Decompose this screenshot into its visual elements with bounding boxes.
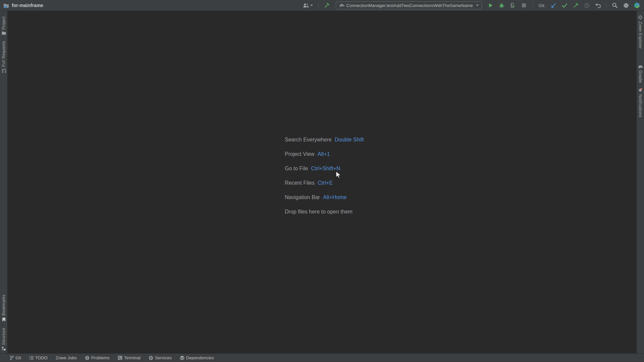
statusbar-label: Terminal — [124, 355, 141, 360]
statusbar-label: Problems — [91, 355, 110, 360]
left-stripe-bottom: Bookmarks Structure — [1, 293, 6, 352]
statusbar-item-git[interactable]: Git — [10, 355, 21, 360]
ide-window: for-mainframe — [0, 0, 644, 362]
run-with-coverage-icon[interactable] — [509, 2, 517, 9]
tool-button-label: Structure — [1, 328, 6, 345]
shortcut-row: Recent Files Ctrl+E — [285, 180, 364, 186]
git-label: Git: — [539, 3, 545, 8]
shortcut-row: Project View Alt+1 — [285, 151, 364, 157]
structure-icon — [2, 347, 6, 351]
statusbar-label: Dependencies — [186, 355, 214, 360]
chevron-down-icon — [310, 5, 313, 6]
toolbar-separator — [606, 2, 606, 8]
project-widget[interactable]: for-mainframe — [3, 3, 43, 8]
ide-logo-icon[interactable] — [633, 2, 641, 9]
statusbar-label: Zowe Jobs — [56, 355, 77, 360]
workspace: Project Pull Requests — [0, 11, 644, 353]
debug-bug-icon[interactable] — [498, 2, 505, 9]
left-stripe-top: Project Pull Requests — [1, 15, 6, 74]
editor-empty-area: Search Everywhere Double Shift Project V… — [8, 11, 636, 353]
shortcut-label: Go to File — [285, 166, 308, 171]
statusbar-item-dependencies[interactable]: Dependencies — [180, 355, 214, 360]
shortcut-keys: Double Shift — [335, 137, 364, 142]
run-configuration-name: ConnectionManager.testAddTwoConnectionsW… — [346, 3, 473, 8]
statusbar-item-problems[interactable]: Problems — [85, 355, 110, 360]
dependencies-layers-icon — [180, 356, 184, 360]
shortcut-keys: Ctrl+E — [318, 180, 333, 186]
project-folder-icon — [3, 3, 9, 8]
tool-button-label: Gradle — [638, 70, 643, 83]
gradle-task-icon — [339, 3, 344, 7]
tool-button-label: Notifications — [638, 94, 643, 117]
left-tool-stripe: Project Pull Requests — [0, 11, 8, 353]
shortcut-keys: Ctrl+Shift+N — [311, 166, 340, 171]
statusbar-label: TODO — [35, 355, 48, 360]
build-hammer-icon[interactable] — [323, 2, 331, 9]
git-commit-check-icon[interactable] — [561, 2, 568, 9]
run-configuration-select[interactable]: ConnectionManager.testAddTwoConnectionsW… — [336, 1, 482, 9]
shortcut-keys: Alt+Home — [323, 194, 347, 200]
gradle-elephant-icon — [638, 65, 643, 69]
statusbar-item-zowe-jobs[interactable]: Zowe Jobs — [56, 355, 77, 360]
shortcut-row: Search Everywhere Double Shift — [285, 137, 364, 142]
git-branch-icon — [10, 356, 14, 360]
project-folder-icon — [2, 31, 6, 35]
toolbar-separator — [318, 2, 319, 8]
shortcut-keys: Alt+1 — [318, 151, 330, 157]
terminal-icon — [118, 356, 122, 360]
keyboard-shortcuts-hint: Search Everywhere Double Shift Project V… — [285, 137, 364, 223]
stop-button — [520, 2, 528, 9]
right-tool-stripe: Zowe Explorer Gradle — [636, 11, 644, 353]
history-clock-icon — [583, 2, 590, 9]
shortcut-label: Drop files here to open them — [285, 209, 353, 215]
toolbar-separator — [532, 2, 533, 8]
todo-list-icon — [29, 356, 34, 360]
bell-icon — [638, 88, 643, 93]
shortcut-label: Search Everywhere — [285, 137, 332, 142]
code-with-me-users-icon[interactable] — [303, 2, 314, 9]
problems-icon — [85, 356, 90, 360]
tool-button-label: Zowe Explorer — [638, 21, 643, 49]
rollback-undo-icon[interactable] — [594, 2, 601, 9]
shortcut-row: Navigation Bar Alt+Home — [285, 194, 364, 200]
search-everywhere-icon[interactable] — [611, 2, 619, 9]
shortcut-row: Go to File Ctrl+Shift+N — [285, 166, 364, 171]
run-button[interactable] — [487, 2, 494, 9]
tool-button-gradle[interactable]: Gradle — [638, 63, 643, 84]
pull-request-icon — [2, 69, 6, 73]
shortcut-row: Drop files here to open them — [285, 209, 364, 215]
statusbar-item-terminal[interactable]: Terminal — [118, 355, 141, 360]
statusbar-label: Services — [155, 355, 172, 360]
git-update-icon[interactable] — [550, 2, 557, 9]
tool-button-zowe-explorer[interactable]: Zowe Explorer — [638, 14, 643, 50]
project-name: for-mainframe — [12, 3, 43, 8]
status-bar: Git TODO Zowe Jobs Problems — [0, 353, 644, 362]
settings-gear-icon[interactable] — [622, 2, 630, 9]
statusbar-label: Git — [15, 355, 21, 360]
main-toolbar: ConnectionManager.testAddTwoConnectionsW… — [303, 1, 641, 9]
chevron-down-icon — [476, 5, 479, 6]
tool-button-label: Bookmarks — [1, 295, 6, 316]
zowe-icon — [638, 15, 643, 20]
shortcut-label: Project View — [285, 151, 315, 157]
shortcut-label: Recent Files — [285, 180, 315, 186]
services-icon — [149, 356, 153, 360]
statusbar-item-todo[interactable]: TODO — [29, 355, 48, 360]
tool-button-label: Project — [1, 16, 6, 29]
tool-button-label: Pull Requests — [1, 41, 6, 67]
git-push-icon[interactable] — [572, 2, 579, 9]
bookmark-icon — [2, 317, 6, 322]
shortcut-label: Navigation Bar — [285, 194, 320, 200]
statusbar-item-services[interactable]: Services — [149, 355, 172, 360]
tool-button-bookmarks[interactable]: Bookmarks — [1, 293, 6, 323]
title-bar: for-mainframe — [0, 0, 644, 11]
tool-button-structure[interactable]: Structure — [1, 326, 6, 352]
tool-button-pull-requests[interactable]: Pull Requests — [1, 40, 6, 74]
tool-button-project[interactable]: Project — [1, 15, 6, 36]
tool-button-notifications[interactable]: Notifications — [638, 86, 643, 119]
